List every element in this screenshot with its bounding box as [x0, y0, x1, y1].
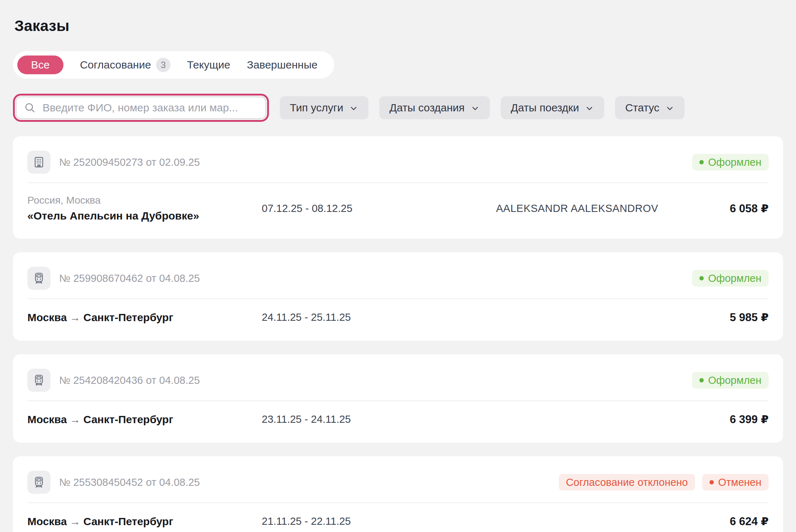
route-arrow-icon: → — [67, 311, 83, 323]
status-badge-label: Согласование отклонено — [566, 476, 688, 488]
order-price: 6 058 ₽ — [730, 202, 769, 215]
status-badge-label: Отменен — [718, 476, 761, 488]
search-icon — [24, 102, 36, 114]
order-card-body: Москва→Санкт-Петербург 21.11.25 - 22.11.… — [27, 503, 769, 532]
order-price: 6 624 ₽ — [730, 515, 769, 528]
route-from: Москва — [27, 515, 67, 527]
order-card-header: № 259908670462 от 04.08.25 Оформлен — [27, 252, 769, 298]
order-dates: 21.11.25 - 22.11.25 — [262, 515, 496, 527]
service-icon-box — [27, 151, 50, 174]
order-dates: 07.12.25 - 08.12.25 — [262, 203, 496, 214]
status-badge: Оформлен — [692, 154, 769, 170]
filter-service-type[interactable]: Тип услуги — [280, 96, 368, 119]
status-dot-icon — [699, 378, 704, 382]
order-route: Москва→Санкт-Петербург — [27, 311, 262, 324]
filter-trip-dates[interactable]: Даты поездки — [501, 96, 604, 119]
order-main-info: Россия, Москва «Отель Апельсин на Дубров… — [27, 195, 262, 222]
route-from: Москва — [27, 413, 67, 425]
order-card-body: Москва→Санкт-Петербург 24.11.25 - 25.11.… — [27, 299, 769, 341]
tabs-bar: Все Согласование 3 Текущие Завершенные — [13, 51, 334, 79]
search-input[interactable] — [42, 101, 262, 114]
order-dates: 23.11.25 - 24.11.25 — [262, 413, 496, 425]
route-from: Москва — [27, 311, 67, 323]
status-badge: Согласование отклонено — [559, 474, 695, 491]
order-number: № 255308450452 от 04.08.25 — [59, 476, 200, 488]
tab-completed[interactable]: Завершенные — [247, 59, 318, 71]
order-number: № 254208420436 от 04.08.25 — [59, 374, 200, 386]
filter-status[interactable]: Статус — [615, 96, 685, 119]
route-to: Санкт-Петербург — [83, 413, 173, 425]
order-main-info: Москва→Санкт-Петербург — [27, 515, 262, 528]
status-badge-label: Оформлен — [708, 156, 761, 168]
status-dot-icon — [709, 480, 714, 484]
filter-row: Тип услуги Даты создания Даты поездки Ст… — [13, 94, 783, 122]
order-card[interactable]: № 259908670462 от 04.08.25 Оформлен Моск… — [13, 252, 783, 341]
chevron-down-icon — [470, 104, 480, 113]
hotel-name: «Отель Апельсин на Дубровке» — [27, 210, 262, 222]
train-icon — [32, 374, 45, 387]
tab-completed-label: Завершенные — [247, 59, 318, 71]
order-route: Москва→Санкт-Петербург — [27, 515, 262, 528]
tab-approval-label: Согласование — [80, 59, 151, 71]
orders-page: Заказы Все Согласование 3 Текущие Заверш… — [0, 0, 796, 532]
search-focus-ring — [13, 94, 269, 122]
order-card-header: № 252009450273 от 02.09.25 Оформлен — [27, 136, 769, 182]
approval-count-badge: 3 — [156, 58, 171, 72]
route-to: Санкт-Петербург — [83, 515, 173, 527]
tab-all-label: Все — [31, 59, 50, 71]
route-arrow-icon: → — [67, 413, 83, 425]
hotel-icon — [32, 156, 45, 169]
order-dates: 24.11.25 - 25.11.25 — [262, 311, 496, 323]
filter-status-label: Статус — [625, 102, 659, 114]
status-badge: Оформлен — [692, 372, 769, 389]
filter-service-type-label: Тип услуги — [290, 102, 343, 114]
hotel-info: Россия, Москва «Отель Апельсин на Дубров… — [27, 195, 262, 222]
chevron-down-icon — [349, 104, 358, 113]
status-badges: Оформлен — [692, 372, 769, 389]
filter-creation-dates-label: Даты создания — [389, 102, 465, 114]
order-location: Россия, Москва — [27, 195, 262, 206]
order-route: Москва→Санкт-Петербург — [27, 413, 262, 426]
order-card-header: № 254208420436 от 04.08.25 Оформлен — [27, 354, 769, 400]
order-card[interactable]: № 252009450273 от 02.09.25 Оформлен Росс… — [13, 136, 783, 239]
order-price: 5 985 ₽ — [730, 311, 769, 324]
order-passenger: AALEKSANDR AALEKSANDROV — [496, 203, 730, 214]
tab-current-label: Текущие — [187, 59, 230, 71]
train-icon — [32, 476, 45, 489]
status-badges: Оформлен — [692, 270, 769, 287]
order-main-info: Москва→Санкт-Петербург — [27, 413, 262, 426]
filter-trip-dates-label: Даты поездки — [511, 102, 579, 114]
status-badge-label: Оформлен — [708, 374, 761, 386]
page-title: Заказы — [14, 17, 783, 35]
chevron-down-icon — [665, 104, 675, 113]
train-icon — [32, 272, 45, 285]
tab-all[interactable]: Все — [17, 56, 63, 74]
status-badge: Отменен — [702, 474, 769, 491]
status-badges: Согласование отклоненоОтменен — [559, 474, 769, 491]
service-icon-box — [27, 369, 50, 392]
chevron-down-icon — [585, 104, 594, 113]
order-number: № 252009450273 от 02.09.25 — [59, 156, 200, 168]
status-badge: Оформлен — [692, 270, 769, 287]
order-price: 6 399 ₽ — [730, 413, 769, 426]
filter-creation-dates[interactable]: Даты создания — [379, 96, 490, 119]
tab-approval[interactable]: Согласование 3 — [80, 58, 171, 72]
tab-current[interactable]: Текущие — [187, 59, 230, 71]
service-icon-box — [27, 471, 50, 494]
status-badges: Оформлен — [692, 154, 769, 170]
order-number: № 259908670462 от 04.08.25 — [59, 272, 200, 284]
order-card[interactable]: № 254208420436 от 04.08.25 Оформлен Моск… — [13, 354, 783, 443]
status-dot-icon — [699, 276, 704, 280]
service-icon-box — [27, 267, 50, 290]
order-main-info: Москва→Санкт-Петербург — [27, 311, 262, 324]
status-dot-icon — [699, 160, 704, 164]
route-arrow-icon: → — [67, 515, 83, 527]
order-card[interactable]: № 255308450452 от 04.08.25 Согласование … — [13, 456, 783, 532]
route-to: Санкт-Петербург — [83, 311, 173, 323]
order-card-body: Россия, Москва «Отель Апельсин на Дубров… — [27, 183, 769, 239]
status-badge-label: Оформлен — [708, 272, 761, 284]
orders-list: № 252009450273 от 02.09.25 Оформлен Росс… — [13, 136, 783, 532]
search-field[interactable] — [16, 97, 266, 119]
order-card-body: Москва→Санкт-Петербург 23.11.25 - 24.11.… — [27, 401, 769, 443]
order-card-header: № 255308450452 от 04.08.25 Согласование … — [27, 456, 769, 502]
